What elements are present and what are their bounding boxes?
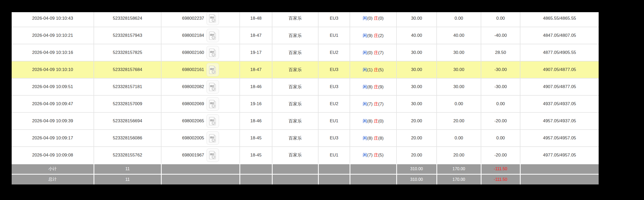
empty-cell [161,164,240,174]
round-id-with-video: 698002005 [182,131,219,145]
empty-cell [272,164,318,174]
cell-balance: 4877.05/4905.55 [520,44,599,61]
banker-count: (0) [378,119,384,124]
banker-count: (8) [378,136,384,141]
cell-round-id: 698002065 [161,112,240,130]
cell-bet-amount: 30.00 [397,61,437,78]
cell-result: 闲(7) 庄(5) [350,147,397,164]
banker-label: 庄 [374,67,378,72]
cell-bet-amount: 20.00 [397,112,437,130]
cell-shoe-round: 19-16 [240,95,272,112]
video-replay-button[interactable] [207,29,219,42]
video-replay-button[interactable] [207,148,219,162]
total-bet: 310.00 [397,174,437,184]
cell-result: 闲(7) 庄(7) [350,95,397,112]
video-replay-button[interactable] [207,80,219,94]
cell-round-id: 698002237 [161,12,240,27]
empty-cell [161,174,240,184]
cell-result: 闲(0) 庄(7) [350,44,397,61]
banker-label: 庄 [374,50,378,55]
record-row[interactable]: 2026-04-09 10:09:17523328156086698002005… [12,130,599,147]
video-replay-button[interactable] [207,63,219,76]
cell-bet-id: 523328157684 [94,61,161,78]
cell-bet-id: 523328157009 [94,95,161,112]
record-row[interactable]: 2026-04-09 10:10:10523328157684698002161… [12,61,599,78]
record-row[interactable]: 2026-04-09 10:10:43523328158624698002237… [12,12,599,27]
cell-bet-time: 2026-04-09 10:09:47 [12,95,94,112]
cell-round-id: 698002005 [161,130,240,147]
cell-valid-amount: 0.00 [437,12,481,27]
cell-bet-id: 523328157943 [94,27,161,44]
betting-records-table: 2026-04-09 10:10:43523328158624698002237… [12,12,599,184]
banker-label: 庄 [374,153,378,158]
cell-valid-amount: 0.00 [437,130,481,147]
cell-balance: 4937.05/4937.05 [520,95,599,112]
video-file-icon [209,66,216,74]
record-row[interactable]: 2026-04-09 10:10:16523328157825698002160… [12,44,599,61]
cell-shoe-round: 18-45 [240,130,272,147]
video-replay-button[interactable] [207,12,219,25]
record-row[interactable]: 2026-04-09 10:09:08523328155762698001967… [12,147,599,164]
cell-result: 闲(1) 庄(5) [350,61,397,78]
cell-winloss: 0.00 [481,12,520,27]
round-id-text: 698001967 [182,153,204,158]
video-replay-button[interactable] [207,114,219,128]
cell-bet-time: 2026-04-09 10:10:21 [12,27,94,44]
player-label: 闲 [363,16,367,21]
total-winloss: -111.50 [481,174,520,184]
cell-round-id: 698002161 [161,61,240,78]
cell-winloss: -40.00 [481,27,520,44]
empty-cell [318,164,350,174]
player-label: 闲 [363,153,367,158]
banker-label: 庄 [374,119,378,124]
round-id-with-video: 698002160 [182,46,219,59]
video-replay-button[interactable] [207,97,219,111]
banker-label: 庄 [374,84,378,89]
round-id-text: 698002082 [182,84,204,89]
video-file-icon [209,31,216,40]
cell-table-name: EU1 [318,27,350,44]
video-replay-button[interactable] [207,46,219,59]
record-row[interactable]: 2026-04-09 10:10:21523328157943698002184… [12,27,599,44]
banker-count: (7) [378,50,384,55]
cell-bet-time: 2026-04-09 10:10:10 [12,61,94,78]
cell-shoe-round: 18-48 [240,12,272,27]
cell-table-name: EU2 [318,95,350,112]
cell-shoe-round: 18-47 [240,61,272,78]
empty-cell [520,164,599,174]
empty-cell [350,174,397,184]
record-row[interactable]: 2026-04-09 10:09:51523328157181698002082… [12,78,599,95]
cell-shoe-round: 18-47 [240,27,272,44]
video-replay-button[interactable] [207,131,219,145]
record-row[interactable]: 2026-04-09 10:09:39523328156694698002065… [12,112,599,130]
cell-bet-id: 523328155762 [94,147,161,164]
cell-bet-amount: 30.00 [397,44,437,61]
cell-shoe-round: 18-45 [240,147,272,164]
cell-bet-time: 2026-04-09 10:09:51 [12,78,94,95]
cell-bet-amount: 20.00 [397,130,437,147]
cell-winloss: 0.00 [481,95,520,112]
video-file-icon [209,14,216,23]
cell-round-id: 698002160 [161,44,240,61]
round-id-text: 698002184 [182,33,204,38]
round-id-with-video: 698001967 [182,148,219,162]
record-row[interactable]: 2026-04-09 10:09:47523328157009698002069… [12,95,599,112]
cell-bet-time: 2026-04-09 10:09:39 [12,112,94,130]
cell-balance: 4977.05/4957.05 [520,147,599,164]
cell-balance: 4907.05/4877.05 [520,61,599,78]
cell-balance: 4865.55/4865.55 [520,12,599,27]
cell-bet-id: 523328157181 [94,78,161,95]
total-row: 总计 11 310.00 170.00 -111.50 [12,174,599,184]
empty-cell [272,174,318,184]
video-file-icon [209,134,216,142]
cell-game-name: 百家乐 [272,95,318,112]
cell-result: 闲(9) 庄(2) [350,27,397,44]
round-id-with-video: 698002082 [182,80,219,94]
empty-cell [318,174,350,184]
banker-count: (7) [378,102,384,106]
cell-valid-amount: 30.00 [437,44,481,61]
total-count: 11 [94,174,161,184]
cell-winloss: 0.00 [481,130,520,147]
cell-table-name: EU2 [318,44,350,61]
cell-bet-time: 2026-04-09 10:09:17 [12,130,94,147]
